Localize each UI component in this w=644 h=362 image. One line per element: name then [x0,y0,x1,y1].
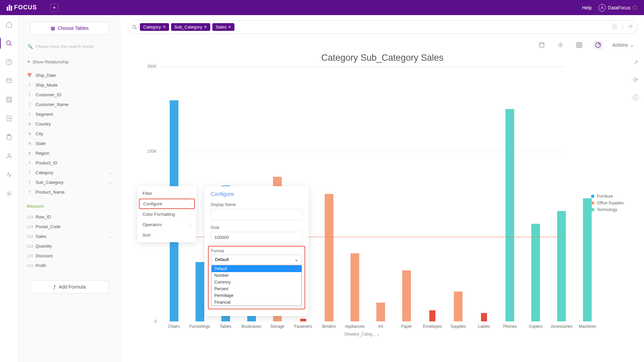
nav-activity-icon[interactable] [5,170,13,179]
nav-settings-icon[interactable] [5,189,13,198]
legend-item[interactable]: Furniture [591,194,624,199]
chart-help-icon[interactable]: ⓘ [633,94,639,102]
bar[interactable] [454,292,463,321]
query-pill[interactable]: Category✕ [140,23,169,31]
nav-clipboard-icon[interactable] [5,133,13,142]
format-select[interactable]: Default ⌄ [211,255,302,264]
field-item[interactable]: TCategory⌄ [23,168,116,177]
nav-help-icon[interactable] [5,58,13,66]
field-label: State [36,141,46,146]
field-type-icon: 123 [27,235,32,239]
context-menu-item[interactable]: Operators› [138,219,196,230]
format-option[interactable]: Financial [212,299,302,306]
field-item[interactable]: ⊕Country [23,119,116,129]
context-menu-item[interactable]: Configure› [139,199,195,209]
user-menu[interactable]: DataFocus ⬡ [598,4,637,11]
bar[interactable] [557,211,566,321]
choose-tables-button[interactable]: ▦ Choose Tables [30,22,109,35]
clear-query-icon[interactable]: ⓧ [612,23,617,31]
chart-title: Category Sub_Category Sales [121,53,644,63]
field-item[interactable]: TProduct_ID [23,158,116,168]
grid-icon[interactable] [575,41,584,49]
query-search-icon[interactable] [132,24,137,30]
field-item[interactable]: 123Postal_Code [23,222,116,231]
expand-chart-icon[interactable]: ↗ [633,59,638,66]
context-menu-item[interactable]: Color Formatting› [138,209,196,219]
help-link[interactable]: Help [582,5,592,10]
svg-point-12 [132,25,136,28]
field-item[interactable]: TSub_Category⌄ [23,177,116,187]
field-item[interactable]: ⊕State [23,139,116,148]
bar[interactable] [300,319,306,321]
chart-type-icon[interactable] [594,41,602,49]
gear-icon[interactable] [556,41,565,49]
display-name-input[interactable] [211,209,303,220]
nav-search-icon[interactable] [5,39,13,48]
show-relationship-toggle[interactable]: ⚭ Show Relationship [23,57,116,67]
bar[interactable] [325,194,333,321]
field-item[interactable]: TProduct_Name [23,187,116,197]
xtick-label: Copiers [529,324,543,329]
field-item[interactable]: 123Discount [23,251,116,261]
field-item[interactable]: 123Quantity [23,241,116,251]
field-item[interactable]: 123Profit [23,261,116,270]
close-icon[interactable]: ✕ [163,25,166,29]
context-menu-item[interactable]: Filter› [138,188,196,199]
context-item-label: Filter [143,191,152,196]
nav-data-icon[interactable] [5,95,13,104]
refresh-chart-icon[interactable]: ⟳ [633,76,638,84]
nav-home-icon[interactable] [5,20,13,29]
close-icon[interactable]: ✕ [228,25,231,29]
add-tab-button[interactable]: + [50,4,58,12]
field-item[interactable]: 123Sales⌄ [23,231,116,241]
bar[interactable] [351,253,359,321]
field-item[interactable]: TCustomer_ID [23,90,116,100]
nav-dashboard-icon[interactable] [5,76,13,85]
xtick-label: Binders [322,324,336,329]
field-item[interactable]: TCustomer_Name [23,100,116,109]
field-item[interactable]: 📅Ship_Date [23,70,116,80]
bar[interactable] [481,313,487,321]
legend-swatch [591,195,594,198]
nav-download-icon[interactable] [5,114,13,123]
query-pill[interactable]: Sub_Category✕ [171,23,210,31]
svg-rect-4 [7,79,12,83]
refresh-query-icon[interactable]: ⟳ [629,23,633,31]
format-option[interactable]: Number [212,272,302,279]
add-formula-button[interactable]: ƒ Add Formula [30,280,109,293]
field-item[interactable]: ⊕City [23,129,116,139]
legend-item[interactable]: Office Supplies [591,201,624,205]
format-option[interactable]: Permillage [212,292,302,299]
field-label: Row_ID [36,214,51,219]
query-pill[interactable]: Sales✕ [212,23,235,31]
bar[interactable] [376,303,385,321]
bar[interactable] [505,109,514,321]
bar[interactable] [531,224,540,321]
bar[interactable] [583,198,592,321]
field-item[interactable]: 123Row_ID [23,212,116,222]
xtick-label: Machines [579,324,596,329]
pin-icon[interactable] [537,41,546,49]
field-type-icon: T [27,171,32,175]
xtick-label: Bookcases [241,324,261,329]
format-option[interactable]: Currency [212,279,302,286]
bar[interactable] [429,310,435,321]
field-item[interactable]: TShip_Mode [23,80,116,90]
format-option[interactable]: Default [212,265,302,272]
field-type-icon: T [27,93,32,97]
sidebar-search[interactable]: 🔍 Please input the search words [23,41,116,52]
bar[interactable] [402,270,411,321]
format-option[interactable]: Percent [212,286,302,292]
legend-item[interactable]: Technology [591,207,624,212]
xaxis-title[interactable]: Detailed_Categ...⌄ [344,332,380,337]
bar[interactable] [196,262,204,321]
close-icon[interactable]: ✕ [204,25,207,29]
query-bar[interactable]: Category✕Sub_Category✕Sales✕ ⓧ | ⟳ [127,20,637,34]
svg-rect-13 [539,43,544,47]
context-menu-item[interactable]: Sort [138,230,196,240]
field-item[interactable]: TSegment [23,109,116,119]
goal-input[interactable] [211,232,303,243]
actions-dropdown[interactable]: Actions ⌄ [612,42,634,48]
nav-user-icon[interactable] [5,152,13,160]
field-item[interactable]: ⊕Region [23,148,116,158]
